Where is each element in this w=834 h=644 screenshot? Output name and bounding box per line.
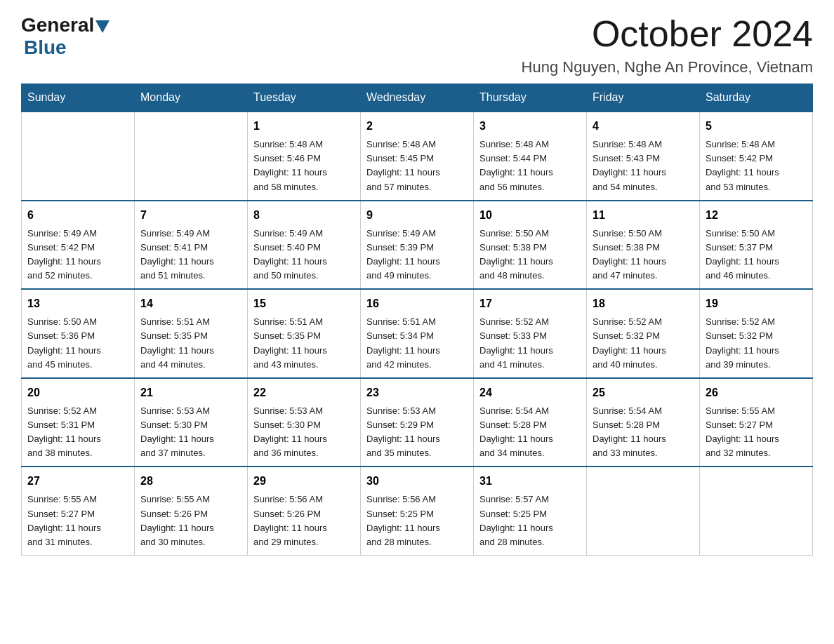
header-saturday: Saturday [700, 84, 813, 112]
day-number: 19 [706, 295, 807, 312]
day-info: Sunrise: 5:55 AMSunset: 5:26 PMDaylight:… [140, 492, 241, 549]
day-number: 20 [27, 384, 128, 401]
day-number: 15 [253, 295, 355, 312]
calendar-cell: 30Sunrise: 5:56 AMSunset: 5:25 PMDayligh… [361, 467, 474, 555]
header-sunday: Sunday [22, 84, 135, 112]
calendar-cell: 2Sunrise: 5:48 AMSunset: 5:45 PMDaylight… [361, 112, 474, 201]
day-info: Sunrise: 5:51 AMSunset: 5:35 PMDaylight:… [253, 315, 355, 372]
day-info: Sunrise: 5:51 AMSunset: 5:34 PMDaylight:… [366, 315, 468, 372]
calendar-week-row: 6Sunrise: 5:49 AMSunset: 5:42 PMDaylight… [22, 201, 813, 290]
header-thursday: Thursday [474, 84, 587, 112]
day-info: Sunrise: 5:52 AMSunset: 5:32 PMDaylight:… [593, 315, 694, 372]
calendar-week-row: 20Sunrise: 5:52 AMSunset: 5:31 PMDayligh… [22, 378, 813, 467]
day-number: 4 [593, 118, 694, 135]
calendar-cell: 5Sunrise: 5:48 AMSunset: 5:42 PMDaylight… [700, 112, 813, 201]
calendar-week-row: 27Sunrise: 5:55 AMSunset: 5:27 PMDayligh… [22, 467, 813, 555]
calendar-cell: 6Sunrise: 5:49 AMSunset: 5:42 PMDaylight… [22, 201, 135, 290]
calendar-cell: 1Sunrise: 5:48 AMSunset: 5:46 PMDaylight… [248, 112, 361, 201]
day-number: 23 [366, 384, 468, 401]
day-info: Sunrise: 5:50 AMSunset: 5:38 PMDaylight:… [479, 227, 581, 283]
day-number: 13 [27, 295, 128, 312]
day-number: 3 [479, 118, 581, 135]
day-info: Sunrise: 5:54 AMSunset: 5:28 PMDaylight:… [593, 404, 694, 461]
header-friday: Friday [587, 84, 700, 112]
day-info: Sunrise: 5:52 AMSunset: 5:31 PMDaylight:… [27, 404, 128, 461]
calendar-cell: 23Sunrise: 5:53 AMSunset: 5:29 PMDayligh… [361, 378, 474, 467]
day-info: Sunrise: 5:49 AMSunset: 5:42 PMDaylight:… [27, 227, 128, 283]
day-info: Sunrise: 5:53 AMSunset: 5:30 PMDaylight:… [253, 404, 355, 461]
day-info: Sunrise: 5:48 AMSunset: 5:43 PMDaylight:… [593, 137, 694, 194]
day-info: Sunrise: 5:49 AMSunset: 5:41 PMDaylight:… [140, 227, 241, 283]
calendar-cell: 26Sunrise: 5:55 AMSunset: 5:27 PMDayligh… [700, 378, 813, 467]
calendar-cell: 16Sunrise: 5:51 AMSunset: 5:34 PMDayligh… [361, 289, 474, 378]
day-number: 21 [140, 384, 241, 401]
day-number: 27 [27, 473, 128, 490]
day-info: Sunrise: 5:56 AMSunset: 5:26 PMDaylight:… [253, 492, 355, 549]
calendar-header-row: SundayMondayTuesdayWednesdayThursdayFrid… [22, 84, 813, 112]
calendar-cell: 11Sunrise: 5:50 AMSunset: 5:38 PMDayligh… [587, 201, 700, 290]
page-subtitle: Hung Nguyen, Nghe An Province, Vietnam [522, 58, 813, 76]
title-area: October 2024 Hung Nguyen, Nghe An Provin… [522, 14, 813, 76]
calendar-cell: 19Sunrise: 5:52 AMSunset: 5:32 PMDayligh… [700, 289, 813, 378]
day-number: 25 [593, 384, 694, 401]
calendar-cell: 14Sunrise: 5:51 AMSunset: 5:35 PMDayligh… [135, 289, 248, 378]
calendar-cell: 15Sunrise: 5:51 AMSunset: 5:35 PMDayligh… [248, 289, 361, 378]
day-info: Sunrise: 5:50 AMSunset: 5:38 PMDaylight:… [593, 227, 694, 283]
logo-blue-text: Blue [24, 36, 67, 58]
day-info: Sunrise: 5:56 AMSunset: 5:25 PMDaylight:… [366, 492, 468, 549]
day-info: Sunrise: 5:48 AMSunset: 5:42 PMDaylight:… [706, 137, 807, 194]
day-number: 8 [253, 207, 355, 224]
day-info: Sunrise: 5:51 AMSunset: 5:35 PMDaylight:… [140, 315, 241, 372]
calendar-cell: 7Sunrise: 5:49 AMSunset: 5:41 PMDaylight… [135, 201, 248, 290]
header-wednesday: Wednesday [361, 84, 474, 112]
day-number: 18 [593, 295, 694, 312]
calendar-cell: 22Sunrise: 5:53 AMSunset: 5:30 PMDayligh… [248, 378, 361, 467]
logo: General Blue [21, 14, 111, 59]
calendar-cell: 4Sunrise: 5:48 AMSunset: 5:43 PMDaylight… [587, 112, 700, 201]
day-number: 31 [479, 473, 581, 490]
day-number: 14 [140, 295, 241, 312]
calendar-cell: 18Sunrise: 5:52 AMSunset: 5:32 PMDayligh… [587, 289, 700, 378]
day-number: 10 [479, 207, 581, 224]
calendar-cell: 3Sunrise: 5:48 AMSunset: 5:44 PMDaylight… [474, 112, 587, 201]
calendar-week-row: 1Sunrise: 5:48 AMSunset: 5:46 PMDaylight… [22, 112, 813, 201]
page-header: General Blue October 2024 Hung Nguyen, N… [21, 14, 813, 76]
day-number: 30 [366, 473, 468, 490]
calendar-table: SundayMondayTuesdayWednesdayThursdayFrid… [21, 83, 813, 556]
day-number: 6 [27, 207, 128, 224]
calendar-cell: 31Sunrise: 5:57 AMSunset: 5:25 PMDayligh… [474, 467, 587, 555]
day-info: Sunrise: 5:55 AMSunset: 5:27 PMDaylight:… [706, 404, 807, 461]
page-title: October 2024 [522, 14, 813, 54]
day-info: Sunrise: 5:55 AMSunset: 5:27 PMDaylight:… [27, 492, 128, 549]
calendar-cell: 28Sunrise: 5:55 AMSunset: 5:26 PMDayligh… [135, 467, 248, 555]
day-info: Sunrise: 5:48 AMSunset: 5:46 PMDaylight:… [253, 137, 355, 194]
day-number: 11 [593, 207, 694, 224]
day-number: 29 [253, 473, 355, 490]
logo-general-text: General [21, 14, 94, 36]
calendar-cell: 10Sunrise: 5:50 AMSunset: 5:38 PMDayligh… [474, 201, 587, 290]
day-number: 28 [140, 473, 241, 490]
day-number: 7 [140, 207, 241, 224]
calendar-cell [700, 467, 813, 555]
day-info: Sunrise: 5:49 AMSunset: 5:40 PMDaylight:… [253, 227, 355, 283]
calendar-cell: 12Sunrise: 5:50 AMSunset: 5:37 PMDayligh… [700, 201, 813, 290]
calendar-cell: 21Sunrise: 5:53 AMSunset: 5:30 PMDayligh… [135, 378, 248, 467]
day-info: Sunrise: 5:53 AMSunset: 5:30 PMDaylight:… [140, 404, 241, 461]
day-number: 22 [253, 384, 355, 401]
calendar-cell [135, 112, 248, 201]
logo-triangle-icon [95, 20, 110, 33]
calendar-cell: 9Sunrise: 5:49 AMSunset: 5:39 PMDaylight… [361, 201, 474, 290]
calendar-cell: 25Sunrise: 5:54 AMSunset: 5:28 PMDayligh… [587, 378, 700, 467]
day-number: 26 [706, 384, 807, 401]
day-number: 24 [479, 384, 581, 401]
day-info: Sunrise: 5:53 AMSunset: 5:29 PMDaylight:… [366, 404, 468, 461]
day-info: Sunrise: 5:57 AMSunset: 5:25 PMDaylight:… [479, 492, 581, 549]
day-info: Sunrise: 5:49 AMSunset: 5:39 PMDaylight:… [366, 227, 468, 283]
day-info: Sunrise: 5:48 AMSunset: 5:44 PMDaylight:… [479, 137, 581, 194]
day-info: Sunrise: 5:48 AMSunset: 5:45 PMDaylight:… [366, 137, 468, 194]
calendar-cell [587, 467, 700, 555]
day-number: 12 [706, 207, 807, 224]
calendar-cell [22, 112, 135, 201]
header-monday: Monday [135, 84, 248, 112]
calendar-week-row: 13Sunrise: 5:50 AMSunset: 5:36 PMDayligh… [22, 289, 813, 378]
